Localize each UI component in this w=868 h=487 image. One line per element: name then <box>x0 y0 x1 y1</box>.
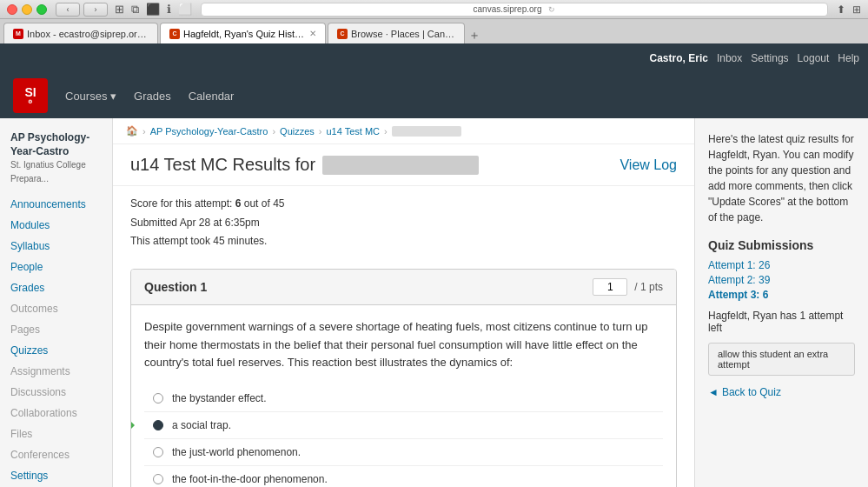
question-block: Question 1 / 1 pts Despite government wa… <box>130 269 677 487</box>
nav-grades[interactable]: Grades <box>134 90 171 103</box>
mac-titlebar: ‹ › ⊞ ⧉ ⬛ ℹ ⬜ canvas.siprep.org ↻ ⬆ ⊞ <box>0 0 868 19</box>
canvas-logo: SI ⚙ <box>13 78 48 113</box>
minimize-dot[interactable] <box>22 4 32 15</box>
home-icon[interactable]: 🏠 <box>126 125 138 137</box>
browser-tabs: M Inbox - ecastro@siprep.org - St. Ignat… <box>0 19 868 43</box>
breadcrumb-quiz[interactable]: u14 Test MC <box>327 126 381 137</box>
content-area: 🏠 › AP Psychology-Year-Castro › Quizzes … <box>113 118 694 487</box>
student-name-blurred <box>322 156 479 175</box>
question-body: Despite government warnings of a severe … <box>131 305 676 487</box>
attempt-3[interactable]: Attempt 3: 6 <box>708 289 855 301</box>
answer-option-1: the bystander effect. <box>144 385 663 411</box>
points-input[interactable] <box>593 278 627 296</box>
course-title: AP Psychology-Year-Castro St. Ignatius C… <box>0 127 112 194</box>
canvas-main-nav: Courses ▾ Grades Calendar <box>65 90 855 103</box>
page-header: u14 Test MC Results for View Log <box>113 144 694 186</box>
submitted-line: Submitted Apr 28 at 6:35pm <box>130 214 677 233</box>
nav-settings[interactable]: Settings <box>751 52 788 64</box>
bookmark-icon: ⬜ <box>178 3 192 16</box>
nav-inbox[interactable]: Inbox <box>717 52 742 64</box>
sidebar-item-grades[interactable]: Grades <box>0 277 112 298</box>
tab-canvas-label: Hagfeldt, Ryan's Quiz History: u14 Test … <box>183 29 305 39</box>
attempt-1[interactable]: Attempt 1: 26 <box>708 259 855 271</box>
sidebar-item-announcements[interactable]: Announcements <box>0 194 112 215</box>
answer-text-3: the just-world phenomenon. <box>172 446 301 458</box>
main-layout: AP Psychology-Year-Castro St. Ignatius C… <box>0 118 868 487</box>
sidebar: AP Psychology-Year-Castro St. Ignatius C… <box>0 118 113 487</box>
sidebar-item-syllabus[interactable]: Syllabus <box>0 236 112 257</box>
right-panel: Here's the latest quiz results for Hagfe… <box>694 118 868 487</box>
sidebar-item-people[interactable]: People <box>0 257 112 277</box>
answer-text-4: the foot-in-the-door phenomenon. <box>172 473 328 485</box>
new-tab-icon[interactable]: ＋ <box>468 28 480 43</box>
answer-radio-3[interactable] <box>153 447 163 457</box>
sidebar-item-pages: Pages <box>0 319 112 340</box>
current-user: Castro, Eric <box>650 52 708 64</box>
breadcrumb-quizzes[interactable]: Quizzes <box>280 126 315 137</box>
refresh-icon[interactable]: ↻ <box>548 5 555 14</box>
question-text: Despite government warnings of a severe … <box>144 318 663 372</box>
attempt-info: Hagfeldt, Ryan has 1 attempt left <box>708 310 855 334</box>
score-line: Score for this attempt: 6 out of 45 <box>130 195 677 214</box>
tab-canvas-close[interactable]: ✕ <box>309 29 316 38</box>
address-bar[interactable]: canvas.siprep.org ↻ <box>201 3 828 17</box>
sidebar-item-collaborations: Collaborations <box>0 403 112 424</box>
sidebar-item-outcomes: Outcomes <box>0 298 112 319</box>
info-icon: ℹ <box>167 3 171 16</box>
tab-mail-label: Inbox - ecastro@siprep.org - St. Ignatiu… <box>27 29 149 39</box>
answer-text-1: the bystander effect. <box>172 392 267 404</box>
nav-calendar[interactable]: Calendar <box>189 90 235 103</box>
canvas-header: SI ⚙ Courses ▾ Grades Calendar <box>0 73 868 118</box>
question-title: Question 1 <box>144 280 207 294</box>
view-log-button[interactable]: View Log <box>620 157 677 173</box>
tab-browse-favicon: C <box>337 29 348 39</box>
score-value: 6 <box>235 197 242 210</box>
share-button[interactable]: ⬆ <box>837 3 845 16</box>
right-panel-info: Here's the latest quiz results for Hagfe… <box>708 131 855 225</box>
address-text: canvas.siprep.org <box>474 4 542 14</box>
score-info: Score for this attempt: 6 out of 45 Subm… <box>113 186 694 260</box>
answer-radio-4[interactable] <box>153 474 163 484</box>
share-icon: ⬛ <box>146 3 160 16</box>
points-total: / 1 pts <box>634 281 663 293</box>
sidebar-item-quizzes[interactable]: Quizzes <box>0 340 112 361</box>
sidebar-item-conferences: Conferences <box>0 444 112 465</box>
sidebar-item-discussions: Discussions <box>0 382 112 403</box>
tab-browse[interactable]: C Browse · Places | Canvas Community <box>328 23 465 43</box>
answer-text-2: a social trap. <box>172 419 231 431</box>
tab-overview-icon: ⊞ <box>115 3 124 16</box>
extra-attempt-button[interactable]: allow this student an extra attempt <box>708 343 855 376</box>
nav-logout[interactable]: Logout <box>798 52 830 64</box>
sidebar-item-assignments: Assignments <box>0 361 112 382</box>
back-arrow-icon: ◄ <box>708 386 719 398</box>
attempt-2[interactable]: Attempt 2: 39 <box>708 274 855 286</box>
tab-canvas[interactable]: C Hagfeldt, Ryan's Quiz History: u14 Tes… <box>160 23 326 43</box>
sidebar-item-modules[interactable]: Modules <box>0 215 112 236</box>
answer-radio-2[interactable] <box>153 420 163 430</box>
sidebar-item-settings[interactable]: Settings <box>0 465 112 486</box>
maximize-dot[interactable] <box>36 4 47 15</box>
page-title: u14 Test MC Results for <box>130 155 479 175</box>
tab-mail-favicon: M <box>13 29 23 39</box>
nav-help[interactable]: Help <box>838 52 859 64</box>
sidebar-item-files: Files <box>0 424 112 444</box>
tab-mail[interactable]: M Inbox - ecastro@siprep.org - St. Ignat… <box>3 23 158 43</box>
nav-courses[interactable]: Courses ▾ <box>65 90 116 103</box>
breadcrumb-student <box>392 126 461 137</box>
question-points: / 1 pts <box>593 278 663 296</box>
new-tab-button[interactable]: ⊞ <box>852 3 861 16</box>
tab-browse-label: Browse · Places | Canvas Community <box>351 29 455 39</box>
canvas-top-nav: Castro, Eric Inbox Settings Logout Help <box>0 43 868 73</box>
answer-radio-1[interactable] <box>153 393 163 404</box>
duration-line: This attempt took 45 minutes. <box>130 232 677 251</box>
answer-options: the bystander effect. Correct! a social … <box>144 385 663 487</box>
back-to-quiz-link[interactable]: ◄ Back to Quiz <box>708 386 855 398</box>
course-subtitle: St. Ignatius College Prepara... <box>10 160 86 183</box>
back-button[interactable]: ‹ <box>56 3 80 17</box>
answer-option-3: the just-world phenomenon. <box>144 438 663 465</box>
breadcrumb-course[interactable]: AP Psychology-Year-Castro <box>150 126 268 137</box>
layers-icon: ⧉ <box>131 3 139 17</box>
close-dot[interactable] <box>7 4 17 15</box>
answer-option-2: Correct! a social trap. <box>144 411 663 438</box>
forward-button[interactable]: › <box>83 3 108 17</box>
